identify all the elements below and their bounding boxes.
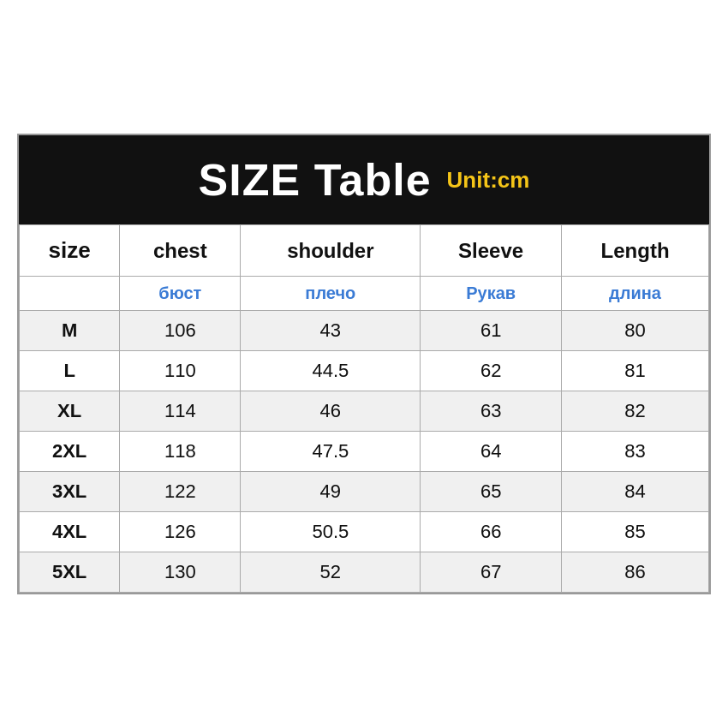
cell-size: M [20, 311, 120, 351]
cell-chest: 122 [120, 472, 241, 512]
cell-sleeve: 63 [421, 391, 562, 432]
size-chart-container: SIZE Table Unit:cm size chest shoulder S… [17, 134, 711, 594]
cell-size: 5XL [20, 552, 120, 593]
cell-shoulder: 43 [241, 311, 421, 351]
cell-shoulder: 52 [241, 552, 421, 593]
table-row: M106436180 [20, 311, 709, 351]
cell-size: XL [20, 391, 120, 432]
cell-chest: 110 [120, 351, 241, 391]
table-body: M106436180L11044.56281XL1144663822XL1184… [20, 311, 709, 593]
cell-shoulder: 44.5 [241, 351, 421, 391]
cell-length: 80 [562, 311, 709, 351]
col-header-size: size [20, 225, 120, 277]
table-row: XL114466382 [20, 391, 709, 432]
cell-sleeve: 67 [421, 552, 562, 593]
title-main: SIZE Table [199, 154, 432, 206]
col-header-sleeve: Sleeve [421, 225, 562, 277]
cell-sleeve: 66 [421, 512, 562, 552]
cell-length: 84 [562, 472, 709, 512]
title-unit: Unit:cm [447, 167, 530, 194]
cell-shoulder: 46 [241, 391, 421, 432]
cell-shoulder: 47.5 [241, 432, 421, 472]
cyrillic-chest: бюст [120, 277, 241, 311]
cell-length: 82 [562, 391, 709, 432]
header-row: size chest shoulder Sleeve Length [20, 225, 709, 277]
cell-length: 86 [562, 552, 709, 593]
col-header-shoulder: shoulder [241, 225, 421, 277]
cell-sleeve: 64 [421, 432, 562, 472]
table-row: 5XL130526786 [20, 552, 709, 593]
col-header-length: Length [562, 225, 709, 277]
cyrillic-shoulder: плечо [241, 277, 421, 311]
cell-shoulder: 50.5 [241, 512, 421, 552]
cell-chest: 106 [120, 311, 241, 351]
table-row: 3XL122496584 [20, 472, 709, 512]
cell-sleeve: 61 [421, 311, 562, 351]
cell-sleeve: 62 [421, 351, 562, 391]
cell-size: 3XL [20, 472, 120, 512]
cyrillic-size-empty [20, 277, 120, 311]
cell-shoulder: 49 [241, 472, 421, 512]
cell-chest: 126 [120, 512, 241, 552]
cell-size: 2XL [20, 432, 120, 472]
cell-sleeve: 65 [421, 472, 562, 512]
cell-chest: 130 [120, 552, 241, 593]
cell-chest: 118 [120, 432, 241, 472]
cyrillic-sleeve: Рукав [421, 277, 562, 311]
cell-size: L [20, 351, 120, 391]
col-header-chest: chest [120, 225, 241, 277]
cell-length: 81 [562, 351, 709, 391]
cell-size: 4XL [20, 512, 120, 552]
cell-length: 83 [562, 432, 709, 472]
table-row: L11044.56281 [20, 351, 709, 391]
table-row: 4XL12650.56685 [20, 512, 709, 552]
cyrillic-row: бюст плечо Рукав длина [20, 277, 709, 311]
cyrillic-length: длина [562, 277, 709, 311]
title-bar: SIZE Table Unit:cm [19, 135, 709, 224]
cell-chest: 114 [120, 391, 241, 432]
size-table: size chest shoulder Sleeve Length бюст п… [19, 224, 709, 593]
table-row: 2XL11847.56483 [20, 432, 709, 472]
cell-length: 85 [562, 512, 709, 552]
